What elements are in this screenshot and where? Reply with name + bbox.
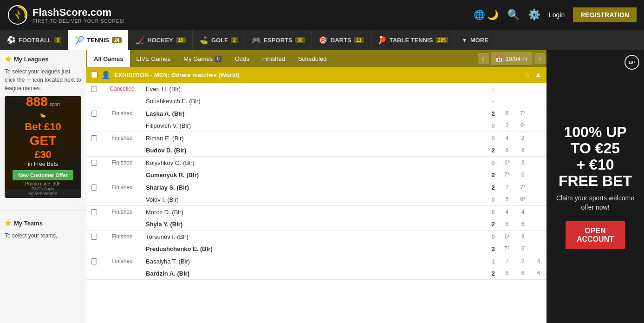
- nav-label-tennis: TENNIS: [87, 37, 109, 44]
- player-name: Budov D. (Blr): [143, 147, 487, 154]
- tab-all-games[interactable]: All Games: [87, 50, 130, 67]
- match-score: 2: [487, 171, 499, 178]
- match-group: FinishedRiman E. (Blr)042Budov D. (Blr)2…: [86, 132, 546, 157]
- match-checkbox[interactable]: [91, 234, 97, 240]
- match-row: FinishedTorsunov I. (Blr)06¹3: [86, 231, 546, 243]
- my-leagues-title: My Leagues: [14, 56, 48, 63]
- player-name: Shyla Y. (Blr): [143, 221, 487, 228]
- match-checkbox[interactable]: [91, 209, 97, 215]
- match-status: Cancelled: [101, 86, 143, 92]
- nav-item-tennis[interactable]: 🎾 TENNIS 24: [68, 30, 129, 50]
- set-score: 6⁴: [515, 196, 531, 203]
- cta-line2: ACCOUNT: [577, 235, 614, 244]
- match-checkbox[interactable]: [91, 258, 97, 264]
- match-score: -: [487, 98, 499, 105]
- match-row: FinishedRiman E. (Blr)042: [86, 132, 546, 144]
- my-teams-section: ★ My Teams To select your teams,: [0, 214, 86, 244]
- tab-scheduled[interactable]: Scheduled: [292, 50, 333, 67]
- my-teams-description: To select your teams,: [5, 231, 81, 240]
- tab-live-games[interactable]: LIVE Games: [130, 50, 177, 67]
- league-collapse-icon[interactable]: ▲: [534, 71, 542, 79]
- player-name: Torsunov I. (Blr): [143, 233, 487, 240]
- match-score: 0: [487, 209, 499, 216]
- register-button[interactable]: REGISTRATION: [573, 7, 637, 22]
- tab-odds[interactable]: Odds: [228, 50, 256, 67]
- nav-item-hockey[interactable]: 🏒 HOCKEY 19: [129, 30, 193, 50]
- nav-item-table-tennis[interactable]: 🏓 TABLE TENNIS 205: [371, 30, 455, 50]
- player-icon: 👤: [101, 71, 111, 79]
- match-status: Finished: [101, 258, 143, 264]
- set-score: 4: [499, 135, 515, 141]
- right-ad-promo: 100% UP TO €25 + €10 FREE BET: [559, 124, 632, 190]
- match-score: 2: [487, 110, 499, 117]
- match-row: Predushchenko E. (Blr)27⁷6: [86, 243, 546, 255]
- match-row: FinishedSharlay S. (Blr)277⁷: [86, 181, 546, 193]
- match-group: FinishedBasalyha T. (Blr)1724Bardzin A. …: [86, 255, 546, 280]
- player-name: Bardzin A. (Blr): [143, 270, 487, 277]
- match-status: Finished: [101, 135, 143, 141]
- match-group: FinishedKolyshkov G. (Blr)06⁶3Gumenyuk R…: [86, 157, 546, 181]
- cta-line1: OPEN: [577, 227, 614, 235]
- ad-brand: 888: [26, 96, 48, 109]
- open-account-button[interactable]: OPEN ACCOUNT: [566, 221, 625, 249]
- date-picker-button[interactable]: 📅 10/04 Fr: [491, 52, 533, 65]
- nav-item-darts[interactable]: 🎯 DARTS 11: [312, 30, 371, 50]
- match-group: FinishedMoroz D. (Blr)044Shyla Y. (Blr)2…: [86, 206, 546, 231]
- nav-badge-table-tennis: 205: [436, 37, 448, 43]
- match-checkbox[interactable]: [91, 185, 97, 191]
- advertisement-banner[interactable]: 888 sport 🐎 Bet £10 GET £30 in Free Bets…: [5, 96, 81, 198]
- set-score: 3: [515, 159, 531, 166]
- match-checkbox[interactable]: [91, 111, 97, 117]
- nav-item-golf[interactable]: ⛳ GOLF 2: [193, 30, 245, 50]
- set-score: 6: [515, 221, 531, 227]
- next-date-button[interactable]: ›: [534, 53, 546, 64]
- search-button[interactable]: 🔍: [507, 9, 520, 21]
- set-score: 6: [515, 147, 531, 153]
- nav-badge-football: 9: [54, 37, 62, 43]
- nav-label-table-tennis: TABLE TENNIS: [390, 37, 433, 44]
- login-button[interactable]: Login: [549, 11, 565, 19]
- table-tennis-icon: 🏓: [377, 36, 387, 45]
- tab-my-games[interactable]: My Games 0: [177, 50, 228, 67]
- set-score: 6: [531, 270, 546, 277]
- match-score: 0: [487, 233, 499, 240]
- set-score: 4: [515, 209, 531, 215]
- my-teams-title: My Teams: [14, 220, 43, 227]
- nav-item-more[interactable]: ▼ MORE: [455, 30, 495, 50]
- set-score: 4: [531, 258, 546, 264]
- golf-icon: ⛳: [199, 36, 208, 45]
- my-leagues-description: To select your leagues just click the ☆ …: [5, 67, 81, 92]
- player-name: Laska A. (Blr): [143, 110, 487, 117]
- ad-cta-button[interactable]: New Customer Offer: [13, 170, 73, 180]
- match-score: 2: [487, 245, 499, 252]
- set-score: 7: [499, 184, 515, 191]
- league-select-all-checkbox[interactable]: [91, 72, 98, 78]
- tab-bar: All Games LIVE Games My Games 0 Odds Fin…: [86, 50, 546, 67]
- nav-item-football[interactable]: ⚽ FOOTBALL 9: [0, 30, 68, 50]
- settings-button[interactable]: ⚙️: [528, 9, 540, 21]
- set-score: 6: [499, 147, 515, 153]
- match-checkbox[interactable]: [91, 160, 97, 166]
- ad-notice: T&C's Apply: [32, 186, 54, 191]
- league-favorite-icon[interactable]: ☆: [525, 71, 531, 79]
- match-checkbox[interactable]: [91, 135, 97, 141]
- ad-headline-2: GET: [30, 133, 57, 149]
- svg-marker-1: [15, 9, 20, 20]
- hockey-icon: 🏒: [135, 36, 144, 45]
- theme-toggle[interactable]: 🌐 🌙: [474, 9, 499, 20]
- set-score: 3: [515, 233, 531, 240]
- set-score: 6: [515, 270, 531, 277]
- prev-date-button[interactable]: ‹: [478, 53, 489, 64]
- header: FlashScore.com FIRST TO DELIVER YOUR SCO…: [0, 0, 644, 30]
- nav-label-more: MORE: [470, 37, 488, 44]
- logo-area: FlashScore.com FIRST TO DELIVER YOUR SCO…: [7, 5, 125, 25]
- logo-text-area: FlashScore.com FIRST TO DELIVER YOUR SCO…: [33, 7, 125, 24]
- player-name: Filipovich V. (Blr): [143, 122, 487, 129]
- tab-finished[interactable]: Finished: [256, 50, 292, 67]
- set-score: 7: [499, 258, 515, 264]
- nav-item-esports[interactable]: 🎮 ESPORTS 30: [245, 30, 312, 50]
- match-checkbox[interactable]: [91, 86, 97, 92]
- promo-line2: TO €25: [559, 140, 632, 157]
- promo-line1: 100% UP: [559, 124, 632, 140]
- my-teams-title-row: ★ My Teams: [5, 219, 81, 228]
